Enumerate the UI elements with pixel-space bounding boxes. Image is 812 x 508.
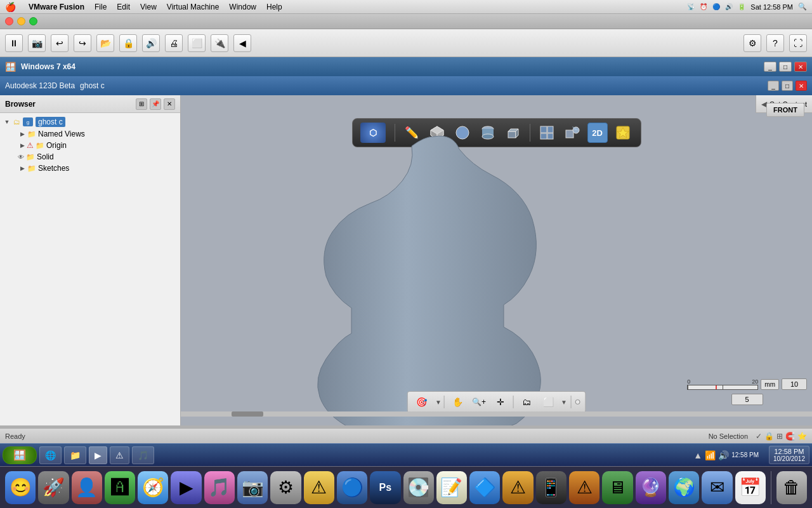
mid-value-box[interactable]: 5 xyxy=(731,394,763,405)
win-close-button[interactable]: ✕ xyxy=(794,62,807,72)
mac-maximize-button[interactable] xyxy=(29,17,37,25)
dock-photoshop[interactable]: Ps xyxy=(370,471,400,504)
tool-pan-btn[interactable]: ✋ xyxy=(449,394,466,410)
dock-app-store[interactable]: 🅰 xyxy=(105,471,135,504)
pause-button[interactable]: ⏸ xyxy=(5,34,23,52)
dock-address-book[interactable]: 👤 xyxy=(72,471,102,504)
dock-system-prefs[interactable]: ⚙ xyxy=(270,471,301,504)
dock-app1[interactable]: 🔵 xyxy=(337,471,367,504)
camera-dropdown[interactable]: ▼ xyxy=(435,399,442,406)
autodesk-maximize[interactable]: □ xyxy=(782,81,793,91)
dock-quicktime[interactable]: ▶ xyxy=(171,471,201,504)
taskbar-explorer[interactable]: 📁 xyxy=(64,446,86,464)
tree-sketches-label[interactable]: Sketches xyxy=(38,164,69,173)
dock-mail[interactable]: ✉ xyxy=(702,471,732,504)
dock-finder[interactable]: 😊 xyxy=(5,471,36,504)
menu-view[interactable]: View xyxy=(140,3,157,11)
win-controls[interactable]: _ □ ✕ xyxy=(764,62,807,72)
settings-button[interactable]: ⚙ xyxy=(743,34,761,52)
sys-tray-network[interactable]: 📶 xyxy=(705,450,716,460)
mac-minimize-button[interactable] xyxy=(17,17,25,25)
dock-caution1[interactable]: ⚠ xyxy=(304,471,334,504)
browser-close-btn[interactable]: ✕ xyxy=(164,98,175,110)
print-button[interactable]: 🖨 xyxy=(165,34,183,52)
menu-file[interactable]: File xyxy=(95,3,107,11)
tree-solid-label[interactable]: Solid xyxy=(37,152,54,161)
browser-icons[interactable]: ⊞ 📌 ✕ xyxy=(136,98,175,110)
win-start-button[interactable]: 🪟 xyxy=(3,446,37,464)
viewport[interactable]: ◀ Get Content ⬡ ✏️ xyxy=(181,95,812,425)
sys-tray-time[interactable]: 12:58 PM xyxy=(731,451,759,458)
menu-window[interactable]: Window xyxy=(229,3,256,11)
ribbon-2d-btn[interactable]: 2D xyxy=(587,123,608,143)
lock-button[interactable]: 🔒 xyxy=(119,34,137,52)
browser-grid-btn[interactable]: ⊞ xyxy=(136,98,147,110)
dock-iphoto[interactable]: 📷 xyxy=(237,471,268,504)
screenshot-button[interactable]: ⬜ xyxy=(188,34,206,52)
dock-disk-utility[interactable]: 💽 xyxy=(403,471,434,504)
value-box[interactable]: 10 xyxy=(782,378,807,390)
scrollbar-thumb[interactable] xyxy=(232,411,263,417)
dock-textedit[interactable]: 📝 xyxy=(436,471,467,504)
menu-edit[interactable]: Edit xyxy=(117,3,130,11)
tree-solid[interactable]: 👁 📁 Solid xyxy=(0,151,180,163)
autodesk-close[interactable]: ✕ xyxy=(796,81,807,91)
taskbar-ie[interactable]: 🌐 xyxy=(39,446,62,464)
forward-button[interactable]: ↪ xyxy=(74,34,91,52)
dock-app2[interactable]: 🔷 xyxy=(469,471,500,504)
apple-menu[interactable]: 🍎 xyxy=(5,2,16,12)
sys-tray-volume[interactable]: 🔊 xyxy=(718,450,729,460)
autodesk-controls[interactable]: _ □ ✕ xyxy=(768,81,807,91)
tree-sketches-toggle[interactable]: ▶ xyxy=(18,164,27,173)
dock-mirror[interactable]: 🔮 xyxy=(636,471,666,504)
menu-vmware-fusion[interactable]: VMware Fusion xyxy=(29,3,84,11)
snapshot-button[interactable]: 📷 xyxy=(28,34,46,52)
autodesk-minimize[interactable]: _ xyxy=(768,81,779,91)
back-button[interactable]: ↩ xyxy=(51,34,69,52)
dock-earth[interactable]: 🌍 xyxy=(669,471,699,504)
taskbar-media[interactable]: ▶ xyxy=(89,446,107,464)
dock-app3[interactable]: 📱 xyxy=(536,471,566,504)
tree-sketches[interactable]: ▶ 📁 Sketches xyxy=(0,163,180,174)
menu-help[interactable]: Help xyxy=(266,3,282,11)
ribbon-primitives-btn[interactable] xyxy=(562,123,582,143)
window-dropdown[interactable]: ▼ xyxy=(561,399,567,406)
taskbar-alert[interactable]: ⚠ xyxy=(110,446,129,464)
retract-button[interactable]: ◀ xyxy=(233,34,251,52)
viewport-scrollbar[interactable] xyxy=(181,411,812,417)
win-minimize-button[interactable]: _ xyxy=(764,62,776,72)
tool-camera-btn[interactable]: 🎯 xyxy=(412,394,430,410)
tool-window-btn[interactable]: ⬜ xyxy=(539,394,557,410)
tool-zoom-btn[interactable]: 🔍+ xyxy=(470,394,488,410)
dock-calendar[interactable]: 📅 xyxy=(735,471,766,504)
dock-launchpad[interactable]: 🚀 xyxy=(38,471,69,504)
tree-named-views-toggle[interactable]: ▶ xyxy=(18,130,27,138)
mac-window-controls[interactable] xyxy=(5,17,37,25)
menu-virtual-machine[interactable]: Virtual Machine xyxy=(167,3,219,11)
dock-itunes[interactable]: 🎵 xyxy=(204,471,235,504)
dock-caution3[interactable]: ⚠ xyxy=(569,471,599,504)
volume-button[interactable]: 🔊 xyxy=(142,34,160,52)
dock-safari[interactable]: 🧭 xyxy=(138,471,168,504)
tree-named-views-label[interactable]: Named Views xyxy=(38,130,85,138)
tree-origin-toggle[interactable]: ▶ xyxy=(18,141,27,150)
sys-tray-expand[interactable]: ▲ xyxy=(693,450,702,460)
folder-button[interactable]: 📂 xyxy=(96,34,114,52)
tree-root[interactable]: ▼ 🗂 g ghost c xyxy=(0,116,180,128)
browser-pin-btn[interactable]: 📌 xyxy=(150,98,161,110)
toolbar-handle-left[interactable] xyxy=(575,399,580,404)
win-maximize-button[interactable]: □ xyxy=(779,62,792,72)
tree-root-label[interactable]: ghost c xyxy=(36,117,65,127)
tree-origin[interactable]: ▶ ⚠ 📁 Origin xyxy=(0,140,180,151)
mac-close-button[interactable] xyxy=(5,17,13,25)
usb-button[interactable]: 🔌 xyxy=(211,34,228,52)
help-button[interactable]: ? xyxy=(766,34,784,52)
fullscreen-button[interactable]: ⛶ xyxy=(789,34,807,52)
tree-origin-label[interactable]: Origin xyxy=(46,141,67,150)
taskbar-music[interactable]: 🎵 xyxy=(132,446,154,464)
tool-group-btn[interactable]: 🗂 xyxy=(518,394,535,410)
dock-trash[interactable]: 🗑 xyxy=(776,471,807,504)
tree-root-toggle[interactable]: ▼ xyxy=(3,117,11,126)
dock-app4[interactable]: 🖥 xyxy=(602,471,632,504)
tree-named-views[interactable]: ▶ 📁 Named Views xyxy=(0,128,180,140)
